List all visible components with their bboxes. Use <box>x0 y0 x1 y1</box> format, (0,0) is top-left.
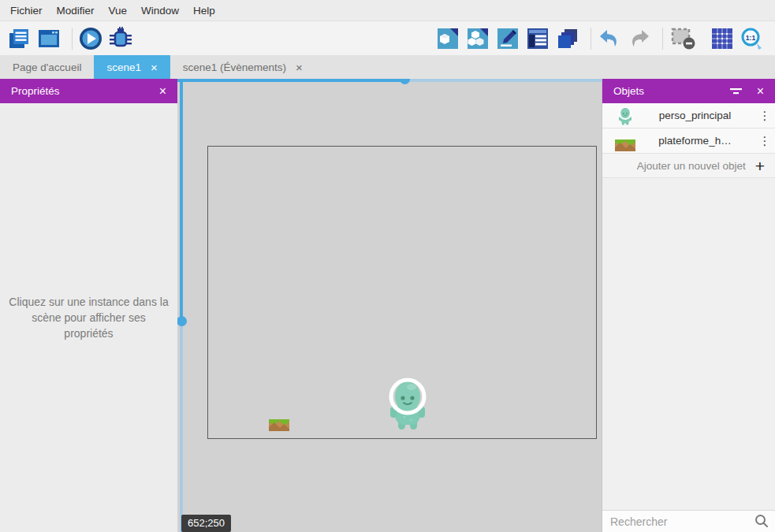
properties-panel: Propriétés × Cliquez sur une instance da… <box>0 79 177 532</box>
objects-panel-empty-space <box>602 178 775 510</box>
horizontal-scrollbar[interactable] <box>177 79 602 82</box>
menu-item-help[interactable]: Help <box>186 2 222 19</box>
objects-panel-button[interactable] <box>435 26 460 51</box>
start-page-button[interactable] <box>36 26 61 51</box>
tab-scene1[interactable]: scene1 × <box>94 55 170 79</box>
menu-item-vue[interactable]: Vue <box>102 2 135 19</box>
close-icon[interactable]: × <box>757 85 764 98</box>
tab-home[interactable]: Page d'accueil <box>0 55 94 79</box>
character-instance[interactable] <box>387 376 428 433</box>
close-icon[interactable]: × <box>159 85 166 98</box>
objects-panel-header: Objets × <box>602 79 775 103</box>
cursor-coordinates: 652;250 <box>181 515 231 532</box>
tab-label: scene1 (Évènements) <box>183 61 286 73</box>
redo-icon <box>628 27 651 50</box>
horizontal-scrollbar-handle[interactable] <box>400 79 410 84</box>
tab-close-icon[interactable]: × <box>296 61 303 73</box>
play-icon <box>78 26 103 51</box>
scene-canvas[interactable]: 652;250 <box>177 79 602 532</box>
toolbar-separator <box>72 28 73 50</box>
layers-button[interactable] <box>555 26 580 51</box>
objects-panel-title: Objets <box>613 85 644 97</box>
toolbar-separator <box>662 28 663 50</box>
properties-panel-body: Cliquez sur une instance dans la scène p… <box>0 103 177 532</box>
toolbar: 1:1 <box>0 21 775 55</box>
deselect-icon <box>670 27 697 50</box>
tab-bar: Page d'accueil scene1 × scene1 (Évènemen… <box>0 55 775 79</box>
project-manager-icon <box>7 27 31 50</box>
platform-instance[interactable] <box>269 411 289 431</box>
object-name: perso_principal <box>635 110 755 121</box>
filter-icon[interactable] <box>730 87 743 96</box>
object-search <box>602 510 775 532</box>
object-row-perso-principal[interactable]: perso_principal ⋮ <box>602 103 775 128</box>
toolbar-right-group: 1:1 <box>435 26 765 51</box>
tab-label: Page d'accueil <box>13 61 81 73</box>
instances-list-button[interactable] <box>525 26 550 51</box>
zoom-one-to-one-icon: 1:1 <box>740 27 764 50</box>
add-object-label: Ajouter un nouvel objet <box>637 160 746 172</box>
object-row-plateforme[interactable]: plateforme_h… ⋮ <box>602 128 775 154</box>
vertical-scrollbar-thumb[interactable] <box>180 79 183 322</box>
object-groups-icon <box>467 28 489 50</box>
main-area: 652;250 Propriétés × Cliquez sur une ins… <box>0 79 775 532</box>
objects-editor-icon <box>437 28 459 50</box>
platform-thumbnail-icon <box>615 131 635 151</box>
preview-button[interactable] <box>78 26 103 51</box>
character-thumbnail-icon <box>615 106 635 126</box>
menu-item-fichier[interactable]: Fichier <box>3 2 50 19</box>
debugger-button[interactable] <box>108 26 133 51</box>
layers-icon <box>557 28 579 50</box>
grid-button[interactable] <box>710 26 735 51</box>
plus-icon: + <box>755 158 765 174</box>
vertical-scrollbar-handle[interactable] <box>177 316 187 326</box>
properties-hint-text: Cliquez sur une instance dans la scène p… <box>8 294 170 341</box>
undo-icon <box>598 27 621 50</box>
properties-panel-button[interactable] <box>495 26 520 51</box>
instances-list-icon <box>527 28 549 50</box>
redo-button[interactable] <box>627 26 652 51</box>
object-groups-button[interactable] <box>465 26 490 51</box>
object-search-input[interactable] <box>602 515 744 528</box>
gdevelop-window: Fichier Modifier Vue Window Help <box>0 0 775 532</box>
objects-panel: Objets × <box>602 79 775 532</box>
debug-bug-icon <box>108 26 133 51</box>
properties-pencil-icon <box>497 28 519 50</box>
properties-panel-header: Propriétés × <box>0 79 177 103</box>
zoom-reset-button[interactable]: 1:1 <box>740 26 765 51</box>
menu-bar: Fichier Modifier Vue Window Help <box>0 0 775 21</box>
add-object-button[interactable]: Ajouter un nouvel objet + <box>602 154 775 178</box>
properties-panel-title: Propriétés <box>11 85 60 97</box>
horizontal-scrollbar-thumb[interactable] <box>177 79 404 82</box>
menu-item-modifier[interactable]: Modifier <box>50 2 102 19</box>
undo-button[interactable] <box>597 26 622 51</box>
tab-close-icon[interactable]: × <box>151 61 158 73</box>
toolbar-separator <box>591 28 591 50</box>
tab-label: scene1 <box>106 61 141 73</box>
deselect-button[interactable] <box>669 26 699 51</box>
zoom-reset-label: 1:1 <box>746 33 756 41</box>
object-menu-dots-icon[interactable]: ⋮ <box>755 134 775 148</box>
object-menu-dots-icon[interactable]: ⋮ <box>755 109 775 123</box>
project-manager-button[interactable] <box>6 26 32 51</box>
grid-icon <box>710 27 734 50</box>
search-icon[interactable] <box>755 514 769 531</box>
tab-scene1-events[interactable]: scene1 (Évènements) × <box>170 55 315 79</box>
start-page-icon <box>37 27 61 50</box>
object-name: plateforme_h… <box>635 135 755 147</box>
menu-item-window[interactable]: Window <box>134 2 186 19</box>
vertical-scrollbar[interactable] <box>180 79 183 532</box>
